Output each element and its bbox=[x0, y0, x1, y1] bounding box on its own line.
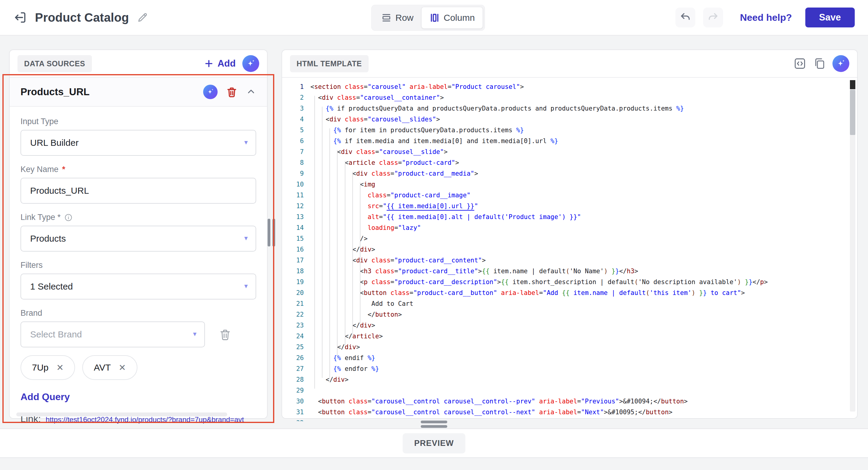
row-toggle-button[interactable]: Row bbox=[373, 7, 421, 29]
brand-chips: 7Up ✕ AVT ✕ bbox=[21, 355, 256, 380]
ai-assist-button-template[interactable] bbox=[832, 55, 849, 72]
source-name: Products_URL bbox=[21, 86, 195, 98]
chevron-down-icon: ▾ bbox=[193, 330, 196, 338]
row-toggle-label: Row bbox=[396, 13, 413, 23]
back-button[interactable] bbox=[13, 10, 27, 24]
save-button[interactable]: Save bbox=[805, 7, 855, 27]
page-title: Product Catalog bbox=[35, 11, 129, 24]
ai-assist-button-sources[interactable] bbox=[242, 55, 259, 72]
filters-value: 1 Selected bbox=[30, 281, 73, 292]
brand-chip: AVT ✕ bbox=[82, 355, 137, 380]
chip-label: AVT bbox=[94, 363, 111, 373]
layout-toggle: Row Column bbox=[371, 5, 485, 31]
delete-filter-button[interactable] bbox=[219, 328, 231, 341]
page: Product Catalog Row Column bbox=[0, 0, 868, 470]
column-layout-icon bbox=[430, 13, 440, 23]
row-layout-icon bbox=[381, 13, 392, 23]
need-help-link[interactable]: Need help? bbox=[740, 12, 792, 23]
chevron-down-icon: ▾ bbox=[244, 234, 248, 242]
delete-source-button[interactable] bbox=[226, 86, 238, 98]
code-editor[interactable]: 1<section class="carousel" aria-label="P… bbox=[282, 78, 857, 421]
brand-row: Select Brand ▾ bbox=[21, 321, 256, 347]
preview-resize-handle[interactable] bbox=[421, 420, 447, 430]
top-actions: Need help? Save bbox=[675, 0, 855, 35]
add-label: Add bbox=[218, 58, 236, 69]
undo-icon bbox=[680, 12, 691, 23]
back-icon bbox=[13, 10, 27, 24]
title-group: Product Catalog bbox=[13, 0, 148, 35]
html-template-title: HTML TEMPLATE bbox=[290, 55, 369, 72]
trash-icon bbox=[226, 86, 238, 98]
ai-assist-button-source[interactable] bbox=[203, 85, 218, 99]
link-type-select[interactable]: Products ▾ bbox=[21, 226, 256, 252]
undo-button[interactable] bbox=[675, 7, 695, 27]
brand-chip: 7Up ✕ bbox=[21, 355, 75, 380]
html-template-header: HTML TEMPLATE bbox=[282, 50, 857, 78]
input-type-label: Input Type bbox=[21, 117, 256, 126]
sparkle-icon bbox=[206, 88, 215, 96]
input-type-select[interactable]: URL Builder ▾ bbox=[21, 130, 256, 156]
brand-label: Brand bbox=[21, 309, 256, 318]
copy-code-button[interactable] bbox=[813, 57, 826, 70]
pencil-icon bbox=[137, 12, 148, 23]
column-toggle-button[interactable]: Column bbox=[421, 7, 483, 29]
plus-icon bbox=[204, 58, 214, 69]
edit-title-button[interactable] bbox=[137, 12, 148, 23]
code-editor-lines: 1<section class="carousel" aria-label="P… bbox=[282, 81, 857, 421]
chevron-up-icon bbox=[246, 87, 256, 97]
sparkle-icon bbox=[836, 58, 846, 69]
data-sources-header: DATA SOURCES Add bbox=[10, 50, 267, 78]
data-sources-panel: DATA SOURCES Add Products_URL bbox=[9, 50, 268, 419]
code-scrollbar-top[interactable] bbox=[850, 80, 855, 89]
brand-placeholder: Select Brand bbox=[30, 329, 82, 340]
info-icon bbox=[64, 213, 73, 222]
brand-select[interactable]: Select Brand ▾ bbox=[21, 321, 205, 347]
sparkle-icon bbox=[246, 58, 256, 69]
key-name-input[interactable]: Products_URL bbox=[21, 178, 256, 203]
required-asterisk: * bbox=[62, 165, 65, 174]
panel-resize-handle[interactable] bbox=[268, 219, 275, 246]
code-box-icon bbox=[793, 57, 807, 70]
remove-chip-icon[interactable]: ✕ bbox=[56, 363, 64, 372]
redo-button[interactable] bbox=[703, 7, 723, 27]
link-type-label: Link Type * bbox=[21, 213, 256, 222]
input-type-value: URL Builder bbox=[30, 138, 79, 148]
preview-label[interactable]: PREVIEW bbox=[403, 433, 465, 453]
add-query-link[interactable]: Add Query bbox=[21, 391, 70, 403]
key-name-value: Products_URL bbox=[30, 186, 89, 196]
generated-link-url[interactable]: https://test16oct2024.fynd.io/products/?… bbox=[46, 415, 244, 424]
data-sources-title: DATA SOURCES bbox=[18, 55, 92, 72]
horizontal-scrollbar[interactable] bbox=[16, 412, 227, 416]
chevron-down-icon: ▾ bbox=[244, 282, 248, 290]
add-data-source-button[interactable]: Add bbox=[204, 58, 236, 69]
preview-bar: PREVIEW bbox=[0, 429, 868, 458]
remove-chip-icon[interactable]: ✕ bbox=[119, 363, 126, 372]
filters-label: Filters bbox=[21, 261, 256, 270]
chip-label: 7Up bbox=[32, 363, 49, 373]
link-type-value: Products bbox=[30, 233, 66, 244]
redo-icon bbox=[707, 12, 719, 23]
code-view-button[interactable] bbox=[793, 57, 807, 70]
chevron-down-icon: ▾ bbox=[244, 138, 248, 147]
filters-select[interactable]: 1 Selected ▾ bbox=[21, 274, 256, 300]
trash-outline-icon bbox=[219, 328, 231, 341]
code-scrollbar-thumb[interactable] bbox=[850, 90, 855, 135]
copy-icon bbox=[813, 57, 826, 70]
column-toggle-label: Column bbox=[444, 13, 475, 23]
html-template-panel: HTML TEMPLATE 1<section class bbox=[281, 50, 858, 419]
collapse-source-button[interactable] bbox=[246, 87, 256, 97]
source-card-header[interactable]: Products_URL bbox=[10, 78, 267, 107]
key-name-label: Key Name * bbox=[21, 165, 256, 174]
source-form: Input Type URL Builder ▾ Key Name * Prod… bbox=[10, 107, 267, 425]
top-bar: Product Catalog Row Column bbox=[0, 0, 868, 36]
